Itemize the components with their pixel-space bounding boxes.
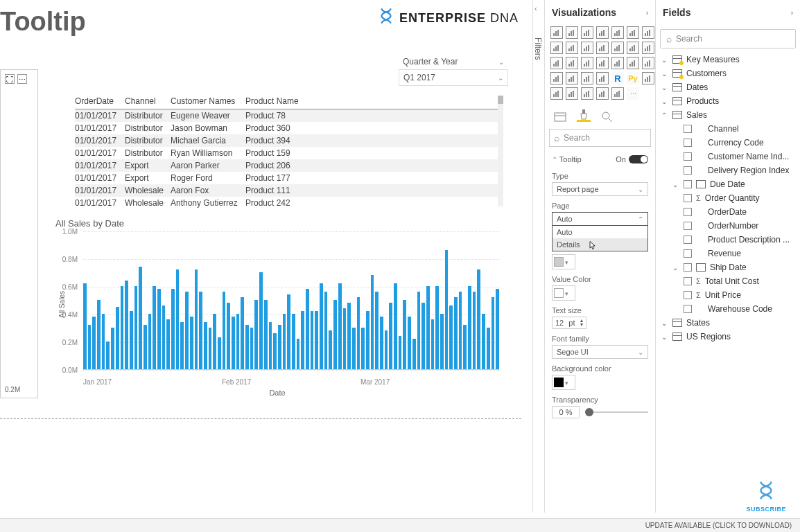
paginated-visual-icon[interactable] xyxy=(581,87,593,100)
chart-bar[interactable] xyxy=(88,325,92,369)
table-sales[interactable]: ⌃Sales xyxy=(660,108,796,122)
analytics-tab-icon[interactable] xyxy=(600,108,614,122)
chart-bar[interactable] xyxy=(492,297,495,369)
chart-bar[interactable] xyxy=(347,303,351,369)
scatter-visual-icon[interactable] xyxy=(611,42,624,54)
table-products[interactable]: ⌄Products xyxy=(660,94,796,108)
table-row[interactable]: 01/01/2017DistributorJason BowmanProduct… xyxy=(75,122,501,134)
slicer-visual-icon[interactable] xyxy=(566,72,578,85)
chart-bar[interactable] xyxy=(254,300,258,369)
chart-bar[interactable] xyxy=(320,283,323,369)
treemap-visual-icon[interactable] xyxy=(550,57,563,69)
format-tab-icon[interactable] xyxy=(577,108,591,122)
clustered-col-visual-icon[interactable] xyxy=(596,26,609,39)
chart-bar[interactable] xyxy=(162,305,166,369)
decomp-visual-icon[interactable] xyxy=(550,87,563,100)
table-scrollbar[interactable] xyxy=(498,96,503,206)
chart-bar[interactable] xyxy=(352,328,356,369)
fields-search-input[interactable]: Search xyxy=(660,29,796,48)
col-header-channel[interactable]: Channel xyxy=(125,96,171,106)
type-dropdown[interactable]: Report page⌄ xyxy=(552,182,648,196)
chart-bar[interactable] xyxy=(209,328,212,369)
chart-bar[interactable] xyxy=(468,286,471,369)
chart-bar[interactable] xyxy=(431,319,435,369)
chart-bar[interactable] xyxy=(449,305,453,369)
field-order-quantity[interactable]: ⌄ΣOrder Quantity xyxy=(660,191,796,205)
chart-bar[interactable] xyxy=(301,311,304,369)
chart-bar[interactable] xyxy=(278,325,281,369)
status-bar[interactable]: UPDATE AVAILABLE (CLICK TO DOWNLOAD) xyxy=(0,518,800,532)
chart-bar[interactable] xyxy=(121,286,124,369)
quarter-year-slicer[interactable]: Quarter & Year⌄ Q1 2017⌄ xyxy=(399,54,508,86)
key-influencers-visual-icon[interactable] xyxy=(642,72,654,85)
label-color-picker[interactable] xyxy=(552,254,575,269)
chart-bar[interactable] xyxy=(380,317,383,369)
chart-bar[interactable] xyxy=(241,297,244,369)
transparency-slider[interactable] xyxy=(585,411,648,413)
table-row[interactable]: 01/01/2017DistributorMichael GarciaProdu… xyxy=(75,134,501,147)
chart-bar[interactable] xyxy=(157,289,161,369)
field-channel[interactable]: ⌄Channel xyxy=(660,122,796,136)
multi-card-visual-icon[interactable] xyxy=(642,57,654,69)
stacked-bar-visual-icon[interactable] xyxy=(550,26,563,39)
matrix-visual-icon[interactable] xyxy=(596,72,609,85)
subscribe-badge[interactable]: SUBSCRIBE xyxy=(746,480,786,513)
stacked-area-visual-icon[interactable] xyxy=(642,26,654,39)
chart-bar[interactable] xyxy=(171,289,175,369)
map-visual-icon[interactable] xyxy=(566,57,578,69)
field-checkbox[interactable] xyxy=(684,236,692,244)
chart-bar[interactable] xyxy=(389,303,392,369)
field-revenue[interactable]: ⌄Revenue xyxy=(660,247,796,260)
chart-bar[interactable] xyxy=(329,330,332,369)
dropdown-option-auto[interactable]: Auto xyxy=(553,226,647,238)
tooltip-section-header[interactable]: ⌃ Tooltip On xyxy=(552,152,648,166)
chart-bar[interactable] xyxy=(375,292,379,369)
chart-bar[interactable] xyxy=(236,314,240,369)
line-col2-visual-icon[interactable] xyxy=(566,42,578,54)
field-checkbox[interactable] xyxy=(684,166,692,175)
chart-bar[interactable] xyxy=(394,283,397,369)
chart-bar[interactable] xyxy=(459,292,462,369)
chart-bar[interactable] xyxy=(445,250,449,369)
line-col-visual-icon[interactable] xyxy=(550,42,563,54)
slicer-dropdown[interactable]: Q1 2017⌄ xyxy=(399,69,508,86)
chart-bar[interactable] xyxy=(144,325,147,369)
chart-bar[interactable] xyxy=(195,269,198,369)
area-visual-icon[interactable] xyxy=(627,26,639,39)
chart-bar[interactable] xyxy=(315,311,318,369)
py-visual-icon[interactable]: Py xyxy=(627,72,639,85)
chart-bar[interactable] xyxy=(218,337,221,369)
chart-bar[interactable] xyxy=(412,339,416,369)
format-search-input[interactable]: Search xyxy=(549,129,651,147)
chart-bar[interactable] xyxy=(473,292,476,369)
chart-bar[interactable] xyxy=(139,267,142,369)
chart-bar[interactable] xyxy=(477,269,480,369)
chart-bar[interactable] xyxy=(83,283,87,369)
field-checkbox[interactable] xyxy=(684,139,692,147)
chart-bar[interactable] xyxy=(361,328,365,369)
chart-bar[interactable] xyxy=(385,330,388,369)
chart-bar[interactable] xyxy=(204,322,207,369)
chart-bar[interactable] xyxy=(371,275,374,369)
value-color-picker[interactable] xyxy=(552,285,575,301)
table-row[interactable]: 01/01/2017WholesaleAnthony GutierrezProd… xyxy=(75,197,501,209)
table-row[interactable]: 01/01/2017DistributorRyan WilliamsonProd… xyxy=(75,147,501,159)
update-available-link[interactable]: UPDATE AVAILABLE (CLICK TO DOWNLOAD) xyxy=(645,522,792,529)
chart-bar[interactable] xyxy=(408,317,411,369)
funnel-visual-icon[interactable] xyxy=(596,57,609,69)
chart-bar[interactable] xyxy=(153,286,156,369)
chart-bar[interactable] xyxy=(283,314,286,369)
chart-bar[interactable] xyxy=(213,314,216,369)
stacked-col-visual-icon[interactable] xyxy=(581,26,593,39)
chart-bar[interactable] xyxy=(116,307,119,369)
table-row[interactable]: 01/01/2017WholesaleAaron FoxProduct 111 xyxy=(75,184,501,197)
chart-bar[interactable] xyxy=(264,300,268,369)
field-checkbox[interactable] xyxy=(684,277,692,285)
chart-bar[interactable] xyxy=(287,294,290,369)
transparency-value[interactable]: 0 % xyxy=(552,406,580,418)
field-warehouse-code[interactable]: ⌄Warehouse Code xyxy=(660,302,796,316)
table-us-regions[interactable]: ⌄US Regions xyxy=(660,330,796,344)
arcgis-visual-icon[interactable] xyxy=(596,87,609,100)
chart-bar[interactable] xyxy=(403,300,406,369)
chart-bar[interactable] xyxy=(180,322,184,369)
